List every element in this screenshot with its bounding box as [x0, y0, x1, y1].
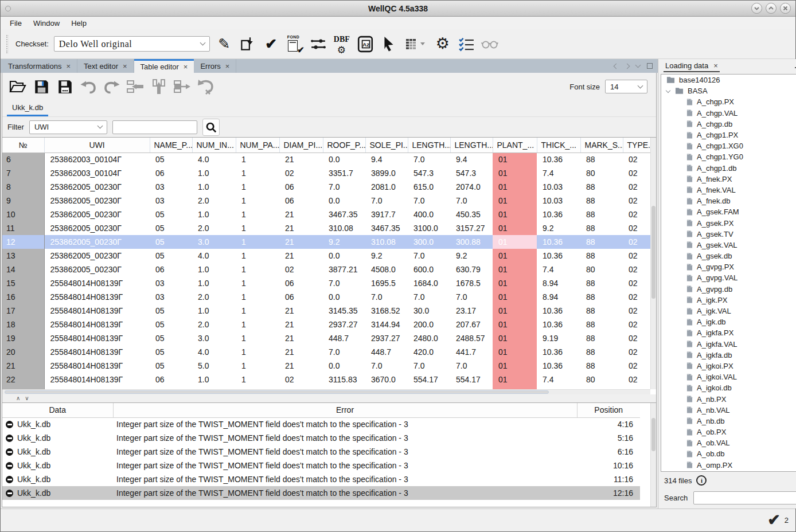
- table-cell[interactable]: 21: [279, 249, 323, 263]
- table-cell[interactable]: 8.94: [537, 290, 580, 304]
- table-cell[interactable]: 1: [236, 152, 279, 166]
- tab-table-editor[interactable]: Table editor×: [134, 59, 194, 73]
- column-header[interactable]: ROOF_P...: [323, 138, 365, 152]
- row-number-cell[interactable]: 16: [2, 290, 44, 304]
- column-header[interactable]: THICK_...: [537, 138, 580, 152]
- table-row[interactable]: 9253862005_00230Г032.01060.07.07.07.0011…: [2, 194, 656, 208]
- table-cell[interactable]: 1: [236, 304, 279, 318]
- table-cell[interactable]: 7.4: [537, 263, 580, 276]
- font-size-dropdown[interactable]: 14: [605, 80, 647, 93]
- table-cell[interactable]: 1695.5: [365, 276, 408, 290]
- table-cell[interactable]: 3100.0: [408, 221, 450, 235]
- table-cell[interactable]: 06: [279, 180, 323, 194]
- close-icon[interactable]: ×: [123, 62, 127, 71]
- table-cell[interactable]: 2074.0: [450, 180, 493, 194]
- maximize-button[interactable]: [766, 3, 777, 14]
- tree-file-item[interactable]: A_chgp.db: [661, 119, 796, 130]
- error-data-cell[interactable]: Ukk_k.db: [2, 431, 113, 445]
- menu-file[interactable]: File: [4, 18, 28, 29]
- tab-text-editor[interactable]: Text editor×: [77, 59, 134, 73]
- scrollbar-thumb[interactable]: [5, 390, 549, 394]
- error-row[interactable]: Ukk_k.dbInteger part size of the TWIST_M…: [2, 417, 640, 431]
- table-cell[interactable]: 255848014Н08139Г: [44, 304, 150, 318]
- table-cell[interactable]: 7.0: [408, 249, 450, 263]
- error-message-cell[interactable]: Integer part size of the TWIST_MOMENT fi…: [113, 417, 577, 431]
- tree-file-item[interactable]: A_omp.PX: [661, 460, 796, 471]
- table-cell[interactable]: 2480.0: [408, 331, 450, 345]
- table-cell[interactable]: 02: [279, 373, 323, 386]
- table-cell[interactable]: 01: [493, 304, 537, 318]
- table-cell[interactable]: 88: [580, 359, 623, 373]
- table-cell[interactable]: 7.4: [537, 166, 580, 180]
- table-cell[interactable]: 253862005_00230Г: [44, 194, 150, 208]
- table-cell[interactable]: 7.0: [450, 290, 493, 304]
- table-cell[interactable]: 2488.57: [450, 331, 493, 345]
- tree-file-item[interactable]: A_ob.VAL: [661, 437, 796, 448]
- table-cell[interactable]: 88: [580, 180, 623, 194]
- table-cell[interactable]: 88: [580, 276, 623, 290]
- table-cell[interactable]: 10.36: [537, 249, 580, 263]
- table-cell[interactable]: 05: [150, 152, 192, 166]
- settings-gear-icon[interactable]: ⚙: [434, 34, 452, 54]
- redo-icon[interactable]: [102, 76, 122, 97]
- table-cell[interactable]: 3467.35: [323, 208, 365, 221]
- error-data-cell[interactable]: Ukk_k.db: [2, 417, 113, 431]
- table-cell[interactable]: 1.0: [192, 373, 236, 386]
- table-cell[interactable]: 10.36: [537, 345, 580, 359]
- move-row-right-icon[interactable]: [172, 76, 193, 97]
- column-header[interactable]: LENGTH...: [450, 138, 493, 152]
- table-cell[interactable]: 0.0: [323, 359, 365, 373]
- table-cell[interactable]: 1: [236, 263, 279, 276]
- tab-list-icon[interactable]: [635, 62, 641, 68]
- table-cell[interactable]: 88: [580, 331, 623, 345]
- error-position-cell[interactable]: 10:16: [577, 459, 640, 472]
- table-cell[interactable]: 253862003_00104Г: [44, 166, 150, 180]
- table-cell[interactable]: 1: [236, 359, 279, 373]
- table-cell[interactable]: 01: [493, 180, 537, 194]
- filter-field-dropdown[interactable]: UWI: [29, 120, 107, 134]
- error-position-cell[interactable]: 11:16: [577, 472, 640, 486]
- table-cell[interactable]: 02: [279, 166, 323, 180]
- move-row-left-icon[interactable]: [125, 76, 146, 97]
- row-number-cell[interactable]: 6: [2, 152, 44, 166]
- row-number-cell[interactable]: 7: [2, 166, 44, 180]
- table-row[interactable]: 12253862005_00230Г053.01219.2310.08300.0…: [2, 235, 656, 249]
- column-header[interactable]: MARK_S...: [580, 138, 623, 152]
- checklist-icon[interactable]: [457, 34, 475, 54]
- table-cell[interactable]: 441.7: [450, 345, 493, 359]
- table-cell[interactable]: 10.36: [537, 304, 580, 318]
- minimize-button[interactable]: [751, 3, 762, 14]
- close-icon[interactable]: ×: [225, 62, 230, 71]
- table-cell[interactable]: 10.36: [537, 152, 580, 166]
- row-number-cell[interactable]: 21: [2, 359, 44, 373]
- table-row[interactable]: 20255848014Н08139Г054.01217.0448.7420.04…: [2, 345, 656, 359]
- scrollbar-thumb[interactable]: [651, 418, 655, 451]
- table-cell[interactable]: 207.67: [450, 318, 493, 331]
- table-cell[interactable]: 21: [279, 318, 323, 331]
- table-cell[interactable]: 1.0: [192, 180, 236, 194]
- table-cell[interactable]: 1: [236, 373, 279, 386]
- table-cell[interactable]: 600.0: [408, 263, 450, 276]
- tree-file-item[interactable]: A_chgp1.YG0: [661, 151, 796, 162]
- tree-file-item[interactable]: A_igkfa.db: [661, 350, 796, 361]
- scrollbar-thumb[interactable]: [651, 206, 655, 299]
- table-cell[interactable]: 4.0: [192, 152, 236, 166]
- tree-file-item[interactable]: A_nb.db: [661, 416, 796, 427]
- table-cell[interactable]: 420.0: [408, 345, 450, 359]
- table-cell[interactable]: 1: [236, 249, 279, 263]
- table-cell[interactable]: 255848014Н08139Г: [44, 359, 150, 373]
- tree-file-item[interactable]: A_gvpg.PX: [661, 261, 796, 272]
- close-icon[interactable]: ×: [184, 62, 188, 71]
- table-cell[interactable]: 9.2: [537, 221, 580, 235]
- tree-file-item[interactable]: A_fnek.PX: [661, 174, 796, 185]
- table-cell[interactable]: 05: [150, 221, 192, 235]
- table-cell[interactable]: 255848014Н08139Г: [44, 290, 150, 304]
- save-icon[interactable]: [31, 76, 52, 97]
- column-header[interactable]: LENGTH...: [408, 138, 450, 152]
- column-header[interactable]: NUM_IN...: [192, 138, 236, 152]
- table-cell[interactable]: 3917.7: [365, 208, 408, 221]
- row-number-cell[interactable]: 19: [2, 331, 44, 345]
- table-cell[interactable]: 10.03: [537, 180, 580, 194]
- table-cell[interactable]: 05: [150, 318, 192, 331]
- errors-vertical-scrollbar[interactable]: [650, 403, 656, 507]
